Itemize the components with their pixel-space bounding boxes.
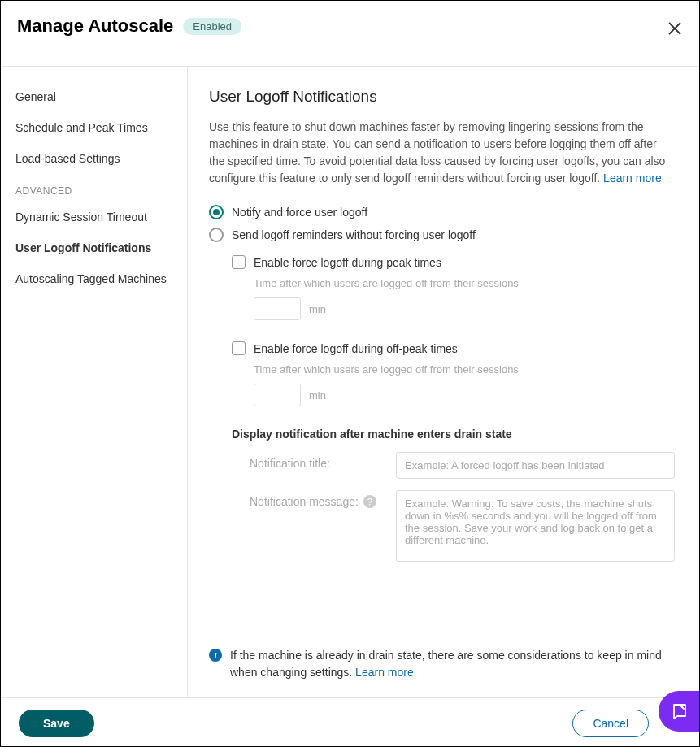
checkbox-icon <box>232 255 246 269</box>
notification-title-label: Notification title: <box>250 452 396 470</box>
notification-title-input[interactable] <box>396 452 675 479</box>
notification-message-label: Notification message: <box>250 495 359 508</box>
offpeak-minutes-input[interactable] <box>254 384 301 406</box>
close-icon[interactable] <box>667 20 683 37</box>
radio-reminder-only[interactable]: Send logoff reminders without forcing us… <box>209 228 675 242</box>
checkbox-force-offpeak[interactable]: Enable force logoff during off-peak time… <box>232 341 675 355</box>
page-title: Manage Autoscale <box>17 15 173 37</box>
learn-more-link[interactable]: Learn more <box>603 172 662 185</box>
svg-line-3 <box>681 706 684 709</box>
radio-icon <box>209 205 224 219</box>
drain-section-label: Display notification after machine enter… <box>232 428 675 441</box>
status-badge: Enabled <box>183 18 241 35</box>
content-title: User Logoff Notifications <box>209 88 675 106</box>
offpeak-help-text: Time after which users are logged off fr… <box>254 363 675 376</box>
help-fab-button[interactable] <box>659 691 699 732</box>
unit-min: min <box>309 303 326 315</box>
sidebar-item-dynamic-session[interactable]: Dynamic Session Timeout <box>1 202 187 232</box>
sidebar-heading-advanced: ADVANCED <box>1 174 187 202</box>
info-callout: If the machine is already in drain state… <box>209 647 675 681</box>
save-button[interactable]: Save <box>19 710 94 737</box>
radio-notify-force[interactable]: Notify and force user logoff <box>209 205 675 219</box>
checkbox-label: Enable force logoff during peak times <box>254 256 441 269</box>
sidebar-item-tagged-machines[interactable]: Autoscaling Tagged Machines <box>1 263 187 294</box>
unit-min: min <box>309 389 326 402</box>
peak-help-text: Time after which users are logged off fr… <box>254 277 675 289</box>
info-text: If the machine is already in drain state… <box>230 649 662 679</box>
checkbox-force-peak[interactable]: Enable force logoff during peak times <box>232 255 675 269</box>
main-content: User Logoff Notifications Use this featu… <box>188 67 699 697</box>
cancel-button[interactable]: Cancel <box>572 710 649 737</box>
description-text: Use this feature to shut down machines f… <box>209 120 665 185</box>
sidebar-item-schedule[interactable]: Schedule and Peak Times <box>1 112 187 143</box>
sidebar-item-load[interactable]: Load-based Settings <box>1 143 187 174</box>
help-icon[interactable]: ? <box>363 495 376 508</box>
radio-label: Send logoff reminders without forcing us… <box>232 228 476 241</box>
sidebar-item-general[interactable]: General <box>1 81 187 112</box>
notification-message-input[interactable] <box>396 490 675 562</box>
checkbox-icon <box>232 341 246 355</box>
sidebar-item-user-logoff[interactable]: User Logoff Notifications <box>1 232 187 263</box>
checkbox-label: Enable force logoff during off-peak time… <box>254 342 458 355</box>
peak-minutes-input[interactable] <box>254 297 301 320</box>
info-learn-more-link[interactable]: Learn more <box>355 666 414 679</box>
sidebar: General Schedule and Peak Times Load-bas… <box>1 67 188 697</box>
radio-icon <box>209 228 224 242</box>
info-icon <box>209 649 222 662</box>
radio-label: Notify and force user logoff <box>232 206 367 219</box>
content-description: Use this feature to shut down machines f… <box>209 119 675 187</box>
